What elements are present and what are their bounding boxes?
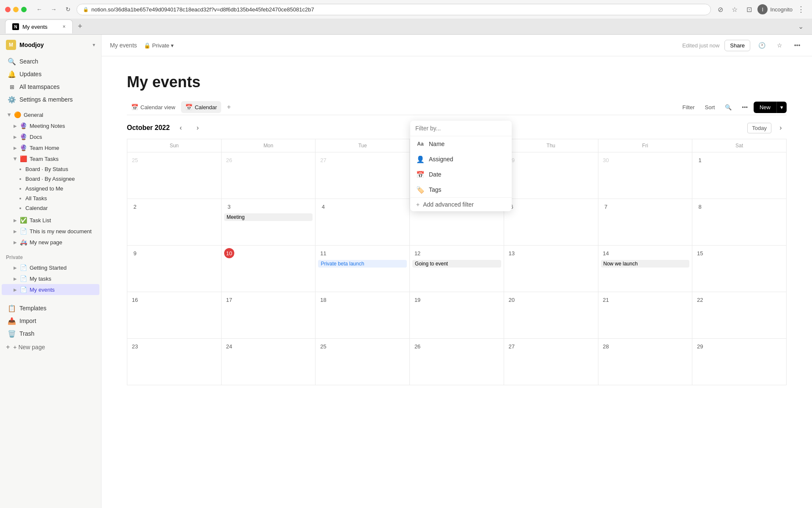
reload-button[interactable]: ↻ (62, 3, 74, 15)
breadcrumb-home[interactable]: My events (110, 42, 137, 49)
sort-button[interactable]: Sort (700, 102, 719, 113)
calendar-cell[interactable]: 15 (692, 246, 787, 292)
calendar-cell[interactable]: 14 Now we launch (598, 246, 692, 292)
forward-button[interactable]: → (48, 3, 60, 15)
bookmark-icon[interactable]: ☆ (729, 3, 741, 15)
calendar-cell[interactable]: 11 Private beta launch (315, 246, 410, 292)
sidebar-item-calendar[interactable]: Calendar (2, 203, 99, 213)
filter-option-tags[interactable]: 🏷️ Tags (410, 182, 512, 197)
address-bar[interactable]: 🔒 notion.so/36d8a1be657e49d0940178c18eac… (77, 4, 711, 15)
workspace-header[interactable]: M Moodjoy ▾ (0, 35, 101, 55)
calendar-cell[interactable]: 28 (598, 339, 692, 385)
calendar-cell[interactable]: 20 (504, 292, 598, 339)
sidebar-item-my-events[interactable]: ▶ 📄 My events (2, 284, 99, 295)
sidebar-item-all-tasks[interactable]: All Tasks (2, 193, 99, 203)
sidebar-item-import[interactable]: 📥 Import (2, 315, 99, 327)
sidebar-item-trash[interactable]: 🗑️ Trash (2, 327, 99, 340)
profile-button[interactable]: I (757, 4, 768, 14)
calendar-cell[interactable]: 3 Meeting (221, 199, 315, 246)
calendar-cell[interactable]: 12 Going to event (410, 246, 504, 292)
sidebar-item-settings[interactable]: ⚙️ Settings & members (2, 93, 99, 106)
calendar-cell[interactable]: 18 (315, 292, 410, 339)
filter-option-assigned[interactable]: 👤 Assigned (410, 152, 512, 167)
prev-month-button[interactable]: ‹ (175, 122, 187, 134)
add-advanced-filter-button[interactable]: + Add advanced filter (410, 197, 512, 211)
layout-icon[interactable]: ⊡ (743, 3, 755, 15)
sidebar-item-general[interactable]: ▶ 🟠 General (2, 109, 99, 120)
calendar-cell[interactable]: 27 (504, 339, 598, 385)
new-page-button[interactable]: + + New page (0, 340, 101, 354)
back-button[interactable]: ← (33, 3, 45, 15)
calendar-cell[interactable]: 10 (221, 246, 315, 292)
calendar-cell[interactable]: 2 (127, 199, 222, 246)
calendar-event[interactable]: Going to event (412, 260, 501, 268)
calendar-cell[interactable]: 17 (221, 292, 315, 339)
sidebar-item-getting-started[interactable]: ▶ 📄 Getting Started (2, 262, 99, 273)
sidebar-item-meeting-notes[interactable]: ▶ 🔮 Meeting Notes (2, 120, 99, 131)
sidebar-item-team-tasks[interactable]: ▶ 🟥 Team Tasks (2, 153, 99, 164)
today-button[interactable]: Today (747, 123, 771, 133)
calendar-cell[interactable]: 13 (504, 246, 598, 292)
sidebar-item-updates[interactable]: 🔔 Updates (2, 68, 99, 80)
calendar-cell[interactable]: 25 (315, 339, 410, 385)
sidebar-item-my-new-page[interactable]: ▶ 🚑 My new page (2, 237, 99, 248)
sidebar-item-all-teamspaces[interactable]: ⊞ All teamspaces (2, 80, 99, 93)
calendar-cell[interactable]: 25 (127, 152, 222, 199)
calendar-cell[interactable]: 16 (127, 292, 222, 339)
maximize-dot[interactable] (21, 7, 27, 12)
more-toolbar-icon[interactable]: ••• (738, 102, 752, 113)
tab-menu-icon[interactable]: ⌄ (795, 21, 807, 32)
sidebar-item-my-tasks[interactable]: ▶ 📄 My tasks (2, 273, 99, 284)
favorite-icon[interactable]: ☆ (773, 39, 786, 52)
sidebar-item-team-home[interactable]: ▶ 🔮 Team Home (2, 142, 99, 153)
new-tab-button[interactable]: + (74, 19, 86, 34)
sidebar-item-search[interactable]: 🔍 Search (2, 55, 99, 68)
filter-search-input[interactable] (415, 125, 507, 132)
calendar-cell[interactable]: 26 (221, 152, 315, 199)
sidebar-item-new-document[interactable]: ▶ 📄 This is my new document (2, 226, 99, 237)
calendar-cell[interactable]: 30 (598, 152, 692, 199)
sidebar-item-board-assignee[interactable]: Board · By Assignee (2, 174, 99, 184)
tab-calendar-view[interactable]: 📅 Calendar view (127, 101, 179, 113)
filter-option-date[interactable]: 📅 Date (410, 167, 512, 182)
calendar-cell[interactable]: 23 (127, 339, 222, 385)
calendar-cell[interactable]: 29 (692, 339, 787, 385)
new-button[interactable]: New (754, 102, 776, 113)
calendar-cell[interactable]: 8 (692, 199, 787, 246)
history-icon[interactable]: 🕐 (755, 39, 768, 52)
calendar-event[interactable]: Now we launch (601, 260, 690, 268)
share-button[interactable]: Share (724, 40, 750, 51)
filter-button[interactable]: Filter (678, 102, 699, 113)
calendar-event[interactable]: Private beta launch (318, 260, 407, 268)
calendar-cell[interactable]: 1 (692, 152, 787, 199)
calendar-cell[interactable]: 4 (315, 199, 410, 246)
browser-menu-icon[interactable]: ⋮ (795, 3, 807, 15)
sidebar-item-templates[interactable]: 📋 Templates (2, 302, 99, 315)
calendar-cell[interactable]: 26 (410, 339, 504, 385)
sidebar-item-docs[interactable]: ▶ 🔮 Docs (2, 131, 99, 142)
privacy-badge[interactable]: 🔒 Private ▾ (140, 41, 177, 50)
sidebar-item-assigned-me[interactable]: Assigned to Me (2, 184, 99, 193)
search-button[interactable]: 🔍 (721, 102, 736, 113)
more-options-icon[interactable]: ••• (791, 39, 804, 52)
calendar-event[interactable]: Meeting (224, 213, 313, 221)
extensions-icon[interactable]: ⊘ (714, 3, 726, 15)
new-button-arrow[interactable]: ▾ (776, 102, 787, 113)
calendar-cell[interactable]: 6 (504, 199, 598, 246)
minimize-dot[interactable] (13, 7, 19, 12)
calendar-cell[interactable]: 21 (598, 292, 692, 339)
active-tab[interactable]: N My events × (5, 19, 73, 33)
tab-calendar[interactable]: 📅 Calendar (181, 101, 221, 113)
calendar-cell[interactable]: 7 (598, 199, 692, 246)
sidebar-item-board-status[interactable]: Board · By Status (2, 164, 99, 174)
calendar-cell[interactable]: 27 (315, 152, 410, 199)
close-dot[interactable] (5, 7, 11, 12)
calendar-cell[interactable]: 24 (221, 339, 315, 385)
next-month-button[interactable]: › (192, 122, 203, 134)
tab-close-button[interactable]: × (63, 24, 66, 30)
calendar-cell[interactable]: 29 (504, 152, 598, 199)
calendar-forward-button[interactable]: › (775, 122, 787, 134)
calendar-cell[interactable]: 22 (692, 292, 787, 339)
calendar-cell[interactable]: 19 (410, 292, 504, 339)
sidebar-item-task-list[interactable]: ▶ ✅ Task List (2, 215, 99, 226)
